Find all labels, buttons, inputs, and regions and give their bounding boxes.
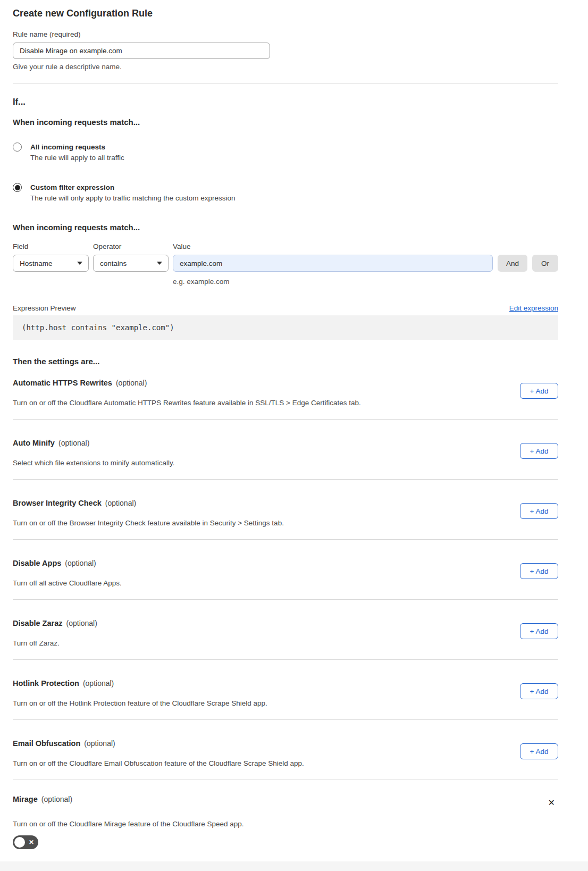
remove-mirage-button[interactable]: ✕ (548, 799, 555, 807)
setting-description: Turn off Zaraz. (13, 639, 508, 648)
setting-description: Select which file extensions to minify a… (13, 458, 508, 467)
setting-description: Turn on or off the Cloudflare Automatic … (13, 398, 508, 407)
or-button[interactable]: Or (532, 255, 558, 272)
setting-title: Automatic HTTPS Rewrites (13, 379, 112, 387)
add-button[interactable]: + Add (520, 683, 558, 699)
setting-optional-label: (optional) (41, 795, 72, 803)
setting-optional-label: (optional) (58, 439, 89, 447)
setting-optional-label: (optional) (83, 679, 114, 688)
radio-label: Custom filter expression (30, 183, 558, 192)
setting-row-disable-apps: Disable Apps (optional) Turn off all act… (13, 558, 558, 588)
toggle-off-icon: ✕ (29, 839, 34, 845)
operator-label: Operator (93, 242, 173, 251)
setting-row-browser-integrity-check: Browser Integrity Check (optional) Turn … (13, 498, 558, 527)
divider (13, 419, 558, 420)
setting-title: Browser Integrity Check (13, 499, 102, 507)
rule-name-input[interactable] (13, 43, 270, 59)
match-heading: When incoming requests match... (13, 117, 558, 127)
value-label: Value (173, 242, 558, 251)
expression-builder-row: Hostname contains And Or (13, 255, 558, 272)
setting-optional-label: (optional) (65, 559, 96, 567)
builder-column-labels: Field Operator Value (13, 242, 558, 251)
toggle-knob (14, 837, 25, 848)
setting-row-mirage: Mirage (optional) ✕ Turn on or off the C… (13, 794, 558, 849)
mirage-toggle[interactable]: ✕ (13, 835, 38, 849)
setting-description: Turn on or off the Cloudflare Mirage fea… (13, 819, 558, 828)
setting-optional-label: (optional) (84, 739, 115, 748)
setting-optional-label: (optional) (105, 499, 136, 507)
close-icon: ✕ (548, 798, 555, 807)
builder-heading: When incoming requests match... (13, 222, 558, 232)
divider (13, 599, 558, 600)
page-bottom-strip (0, 861, 588, 871)
value-input[interactable] (173, 255, 493, 272)
operator-select[interactable]: contains (93, 255, 169, 272)
add-button[interactable]: + Add (520, 743, 558, 759)
add-button[interactable]: + Add (520, 383, 558, 399)
radio-option-custom-filter-expression[interactable]: Custom filter expression The rule will o… (13, 183, 558, 203)
create-rule-form: Create new Configuration Rule Rule name … (0, 0, 588, 849)
field-label: Field (13, 242, 93, 251)
add-button[interactable]: + Add (520, 443, 558, 459)
radio-option-all-incoming-requests[interactable]: All incoming requests The rule will appl… (13, 143, 558, 162)
setting-title: Disable Apps (13, 559, 61, 567)
if-heading: If... (13, 96, 558, 107)
expression-preview-header: Expression Preview Edit expression (13, 304, 558, 312)
setting-title: Disable Zaraz (13, 619, 63, 627)
and-button[interactable]: And (498, 255, 527, 272)
radio-description: The rule will only apply to traffic matc… (30, 194, 558, 203)
setting-description: Turn on or off the Cloudflare Email Obfu… (13, 759, 508, 768)
setting-description: Turn off all active Cloudflare Apps. (13, 579, 508, 588)
setting-row-auto-minify: Auto Minify (optional) Select which file… (13, 438, 558, 467)
divider (13, 659, 558, 660)
radio-label: All incoming requests (30, 143, 558, 152)
field-select[interactable]: Hostname (13, 255, 89, 272)
radio-description: The rule will apply to all traffic (30, 153, 558, 162)
operator-select-value: contains (100, 259, 127, 267)
value-helper: e.g. example.com (173, 278, 558, 286)
radio-button-icon[interactable] (13, 143, 22, 152)
setting-title: Hotlink Protection (13, 679, 79, 688)
add-button[interactable]: + Add (520, 503, 558, 519)
add-button[interactable]: + Add (520, 623, 558, 639)
divider (13, 479, 558, 480)
chevron-down-icon (77, 262, 82, 265)
setting-description: Turn on or off the Hotlink Protection fe… (13, 699, 508, 708)
page-title: Create new Configuration Rule (13, 6, 558, 20)
divider (13, 719, 558, 720)
setting-title: Email Obfuscation (13, 739, 80, 748)
divider (13, 539, 558, 540)
chevron-down-icon (157, 262, 162, 265)
setting-row-email-obfuscation: Email Obfuscation (optional) Turn on or … (13, 739, 558, 768)
rule-name-helper: Give your rule a descriptive name. (13, 63, 558, 71)
divider (13, 780, 558, 780)
radio-button-icon[interactable] (13, 183, 22, 192)
setting-optional-label: (optional) (116, 379, 147, 387)
expression-preview-code: (http.host contains "example.com") (13, 315, 558, 340)
rule-name-label: Rule name (required) (13, 30, 558, 39)
expression-preview-label: Expression Preview (13, 304, 76, 312)
then-settings-heading: Then the settings are... (13, 356, 558, 366)
setting-title: Mirage (13, 795, 38, 803)
setting-optional-label: (optional) (66, 619, 97, 627)
divider (13, 83, 558, 83)
setting-title: Auto Minify (13, 439, 55, 447)
setting-row-automatic-https-rewrites: Automatic HTTPS Rewrites (optional) Turn… (13, 378, 558, 407)
setting-row-disable-zaraz: Disable Zaraz (optional) Turn off Zaraz.… (13, 618, 558, 648)
add-button[interactable]: + Add (520, 563, 558, 579)
setting-description: Turn on or off the Browser Integrity Che… (13, 518, 508, 527)
field-select-value: Hostname (20, 259, 53, 267)
edit-expression-link[interactable]: Edit expression (509, 304, 558, 312)
setting-row-hotlink-protection: Hotlink Protection (optional) Turn on or… (13, 679, 558, 708)
